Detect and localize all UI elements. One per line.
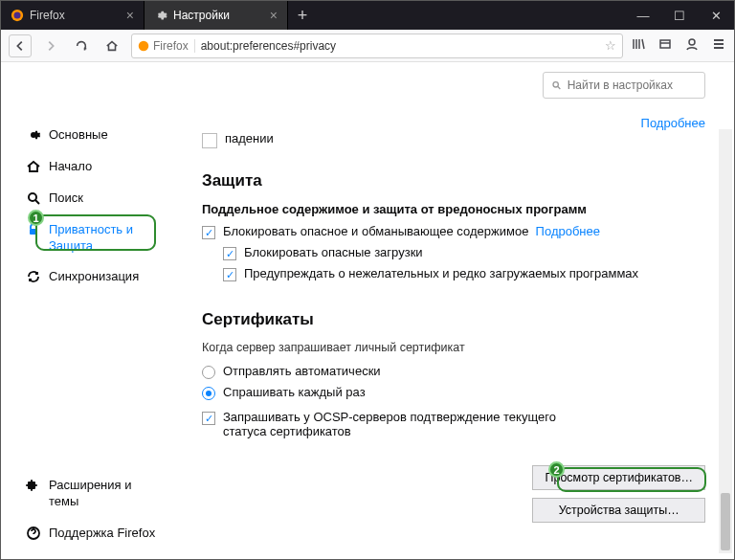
url-text: about:preferences#privacy [201, 39, 336, 53]
sidebar-item-label: Синхронизация [49, 269, 139, 285]
sidebar-item-home[interactable]: Начало [20, 151, 164, 183]
settings-search[interactable] [543, 72, 705, 99]
tab-settings[interactable]: Настройки × [145, 1, 288, 30]
identity-box[interactable]: Firefox [138, 39, 195, 53]
close-button[interactable]: ✕ [698, 1, 734, 30]
sync-icon [26, 269, 41, 284]
firefox-icon [11, 9, 24, 22]
tab-label: Настройки [173, 9, 230, 22]
sidebar-item-sync[interactable]: Синхронизация [20, 261, 164, 293]
sidebar-item-support[interactable]: Поддержка Firefox [20, 518, 164, 549]
sidebar-item-label: Основные [49, 127, 108, 144]
radio-label: Спрашивать каждый раз [223, 385, 366, 399]
question-icon [26, 526, 41, 541]
sidebar: Основные Начало Поиск Приватность и Защи… [1, 62, 164, 559]
window-controls: — ☐ ✕ [625, 1, 734, 30]
radio[interactable] [202, 366, 215, 379]
svg-point-2 [139, 40, 149, 51]
checkbox-label: Блокировать опасные загрузки [244, 245, 423, 259]
puzzle-icon [26, 478, 41, 493]
sidebar-item-label: Поиск [49, 190, 83, 207]
content-area: Основные Начало Поиск Приватность и Защи… [1, 62, 734, 559]
new-tab-button[interactable]: + [288, 1, 317, 30]
checkbox-label: Блокировать опасное и обманывающее содер… [223, 224, 600, 238]
radio-label: Отправлять автоматически [223, 364, 381, 378]
tab-label: Firefox [30, 9, 65, 22]
sidebar-item-label: Приватность и Защита [49, 222, 158, 255]
checkbox[interactable] [202, 412, 215, 425]
back-button[interactable] [9, 34, 32, 57]
svg-point-8 [553, 82, 558, 87]
titlebar: Firefox × Настройки × + — ☐ ✕ [1, 1, 734, 30]
row-ocsp: Запрашивать у OCSP-серверов подтверждени… [202, 410, 566, 438]
account-icon[interactable] [684, 36, 700, 55]
close-icon[interactable]: × [270, 8, 278, 23]
sidebar-item-label: Поддержка Firefox [49, 526, 155, 542]
url-bar[interactable]: Firefox about:preferences#privacy ☆ [131, 34, 623, 58]
row-warn-unwanted: Предупреждать о нежелательных и редко за… [223, 266, 705, 281]
gear-icon [26, 127, 41, 143]
sidebar-item-search[interactable]: Поиск [20, 183, 164, 214]
svg-point-1 [14, 12, 21, 19]
annotation-badge-2: 2 [548, 461, 565, 478]
row-block-dangerous: Блокировать опасное и обманывающее содер… [202, 224, 705, 239]
toolbar: Firefox about:preferences#privacy ☆ [1, 30, 734, 62]
tab-firefox[interactable]: Firefox × [1, 1, 145, 30]
settings-search-input[interactable] [568, 78, 697, 92]
downloads-icon[interactable] [657, 36, 673, 55]
section-protection-heading: Защита [202, 171, 705, 190]
gear-icon [154, 9, 167, 22]
search-icon [551, 79, 562, 91]
svg-point-5 [29, 193, 36, 201]
clipped-row: падении [202, 131, 705, 148]
sidebar-item-label: Начало [49, 159, 92, 175]
home-button[interactable] [100, 34, 123, 57]
svg-rect-3 [660, 40, 670, 48]
checkbox[interactable] [202, 133, 217, 148]
annotation-badge-1: 1 [28, 210, 44, 226]
checkbox[interactable] [223, 247, 236, 260]
close-icon[interactable]: × [126, 8, 134, 23]
menu-icon[interactable] [711, 36, 726, 55]
browser-window: Firefox × Настройки × + — ☐ ✕ [0, 0, 735, 560]
learn-more-link[interactable]: Подробнее [536, 224, 600, 238]
checkbox-label: Запрашивать у OCSP-серверов подтверждени… [223, 410, 566, 438]
sidebar-item-extensions[interactable]: Расширения и темы [20, 470, 164, 518]
svg-point-4 [689, 39, 695, 45]
minimize-button[interactable]: — [625, 1, 661, 30]
row-radio-auto: Отправлять автоматически [202, 364, 705, 379]
sub-deceptive-heading: Поддельное содержимое и защита от вредон… [202, 202, 705, 216]
sidebar-item-general[interactable]: Основные [20, 120, 164, 151]
row-block-downloads: Блокировать опасные загрузки [223, 245, 705, 260]
maximize-button[interactable]: ☐ [661, 1, 698, 30]
bookmark-star-icon[interactable]: ☆ [605, 38, 616, 53]
row-radio-ask: Спрашивать каждый раз [202, 385, 705, 400]
scrollbar[interactable] [719, 129, 732, 553]
reload-button[interactable] [70, 34, 93, 57]
home-icon [26, 159, 41, 174]
security-devices-button[interactable]: Устройства защиты… [532, 498, 705, 523]
certs-description: Когда сервер запрашивает личный сертифик… [202, 341, 705, 354]
forward-button[interactable] [39, 34, 62, 57]
scrollbar-thumb[interactable] [721, 493, 730, 550]
clipped-text: падении [225, 131, 274, 146]
section-certs-heading: Сертификаты [202, 310, 705, 329]
library-icon[interactable] [631, 36, 646, 55]
checkbox-label: Предупреждать о нежелательных и редко за… [244, 266, 638, 280]
checkbox[interactable] [202, 226, 215, 239]
radio[interactable] [202, 387, 215, 400]
main-panel: Подробнее падении Защита Поддельное соде… [164, 62, 734, 559]
search-icon [26, 190, 41, 206]
sidebar-item-label: Расширения и темы [49, 478, 158, 510]
checkbox[interactable] [223, 268, 236, 281]
svg-rect-6 [30, 229, 37, 235]
identity-label: Firefox [153, 39, 189, 53]
learn-more-link[interactable]: Подробнее [641, 116, 705, 130]
